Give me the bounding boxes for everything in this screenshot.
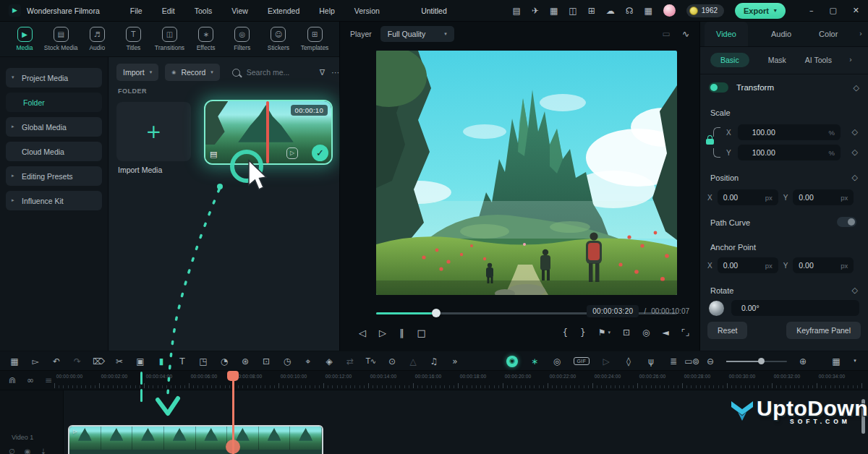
playhead-grip[interactable] bbox=[226, 440, 240, 454]
quality-dropdown[interactable]: Full Quality▾ bbox=[380, 26, 454, 42]
import-dropdown[interactable]: Import▾ bbox=[116, 64, 158, 81]
position-keyframe-icon[interactable]: ◇ bbox=[852, 174, 858, 181]
cut-icon[interactable]: ✂ bbox=[114, 357, 125, 366]
transform-toggle[interactable] bbox=[709, 82, 728, 93]
speech-to-text-icon[interactable]: ⊙ bbox=[386, 357, 398, 366]
ai-copilot-icon[interactable]: ◉ bbox=[506, 356, 518, 367]
edit-properties-icon[interactable]: ⊡ bbox=[260, 357, 272, 366]
position-y-input[interactable]: 0.00px bbox=[793, 189, 854, 205]
sidebar-item-global-media[interactable]: ▸ Global Media bbox=[6, 117, 102, 137]
delete-icon[interactable]: ⌦ bbox=[93, 357, 104, 366]
tab-filters[interactable]: ◎ Filters bbox=[225, 27, 260, 51]
tab-stickers[interactable]: ☺ Stickers bbox=[261, 27, 296, 51]
menu-help[interactable]: Help bbox=[319, 7, 335, 15]
play-button[interactable]: ▷ bbox=[379, 328, 386, 338]
scale-x-input[interactable]: 100.00% bbox=[738, 124, 841, 140]
close-button[interactable]: ✕ bbox=[853, 7, 859, 14]
pip-icon[interactable]: ◳ bbox=[197, 357, 209, 366]
anchor-y-input[interactable]: 0.00px bbox=[793, 257, 854, 273]
aspect-ratio-icon[interactable]: ▭ bbox=[663, 30, 671, 38]
scale-y-keyframe-icon[interactable]: ◇ bbox=[852, 148, 858, 156]
split-icon[interactable]: ▮ bbox=[156, 357, 167, 366]
sidebar-item-project-media[interactable]: ▾ Project Media bbox=[6, 68, 102, 87]
fullscreen-button[interactable]: ⌜⌟ bbox=[681, 328, 689, 337]
timeline-ruler[interactable]: ⋒ ∞ ≡ 00:00:00:0000:00:02:0000:00:04:000… bbox=[0, 371, 868, 390]
timeline-marker[interactable] bbox=[140, 372, 142, 385]
text-tool-icon[interactable]: T bbox=[176, 357, 188, 366]
path-curve-toggle[interactable] bbox=[837, 217, 856, 227]
playback-handle[interactable] bbox=[432, 309, 441, 317]
tab-transitions[interactable]: ◫ Transitions bbox=[153, 27, 187, 51]
zoom-slider-handle[interactable] bbox=[758, 358, 765, 364]
ai-camera-icon[interactable]: ◎ bbox=[551, 357, 563, 366]
lock-icon[interactable] bbox=[706, 139, 714, 145]
audio-detach-icon[interactable]: ♫ bbox=[428, 357, 440, 366]
motion-track-icon[interactable]: ⌖ bbox=[302, 357, 314, 366]
media-clip-thumbnail[interactable]: 00:00:10 ▤ ▷ ✓ bbox=[204, 100, 333, 165]
planner-icon[interactable]: ▦ bbox=[550, 7, 558, 15]
record-dropdown[interactable]: ◉Record▾ bbox=[165, 64, 219, 81]
track-visibility-icon[interactable]: ◉ bbox=[25, 448, 31, 454]
script-icon[interactable]: ≣ bbox=[668, 357, 679, 366]
mark-in-button[interactable]: { bbox=[562, 328, 568, 337]
search-input[interactable] bbox=[245, 67, 313, 77]
tab-titles[interactable]: T Titles bbox=[116, 27, 150, 51]
menu-tools[interactable]: Tools bbox=[195, 7, 213, 15]
crop-icon[interactable]: ▣ bbox=[135, 357, 146, 366]
subtabs-overflow-icon[interactable]: › bbox=[849, 56, 852, 64]
filter-icon[interactable]: ∇ bbox=[320, 69, 325, 77]
redo-icon[interactable]: ↷ bbox=[72, 357, 83, 366]
copyright-shield-icon[interactable]: ◊ bbox=[623, 357, 634, 366]
stop-button[interactable]: □ bbox=[417, 328, 426, 338]
menu-extended[interactable]: Extended bbox=[268, 7, 299, 15]
avatar[interactable] bbox=[663, 4, 676, 17]
chroma-key-icon[interactable]: ⊛ bbox=[239, 357, 251, 366]
text-to-speech-icon[interactable]: T∿ bbox=[365, 358, 377, 365]
keyframe-tool-icon[interactable]: ◈ bbox=[323, 357, 335, 366]
more-options-icon[interactable]: ⋯ bbox=[331, 69, 339, 77]
plugin-effects-icon[interactable]: ∗ bbox=[529, 357, 540, 366]
tab-effects[interactable]: ∗ Effects bbox=[189, 27, 224, 51]
scopes-icon[interactable]: ∿ bbox=[682, 30, 689, 38]
tab-audio[interactable]: ♬ Audio bbox=[80, 27, 114, 51]
subtab-mask[interactable]: Mask bbox=[768, 56, 786, 64]
sidebar-item-cloud-media[interactable]: Cloud Media bbox=[6, 142, 102, 161]
previous-frame-button[interactable]: ◁ bbox=[359, 328, 366, 338]
maximize-button[interactable]: ▢ bbox=[829, 7, 836, 14]
playhead-handle[interactable] bbox=[227, 371, 239, 381]
minimize-button[interactable]: – bbox=[809, 7, 814, 14]
mark-out-button[interactable]: } bbox=[580, 328, 586, 337]
caret-down-icon[interactable]: ▾ bbox=[852, 359, 858, 364]
position-x-input[interactable]: 0.00px bbox=[718, 189, 778, 205]
tabs-overflow-icon[interactable]: › bbox=[859, 30, 862, 38]
rotate-keyframe-icon[interactable]: ◇ bbox=[852, 286, 858, 294]
volume-button[interactable]: ◄ bbox=[663, 328, 669, 337]
import-media-tile[interactable]: + bbox=[116, 102, 191, 161]
device-icon[interactable]: ▤ bbox=[513, 7, 521, 15]
track-lock-icon[interactable]: ∅ bbox=[9, 448, 15, 454]
support-icon[interactable]: ☊ bbox=[626, 7, 634, 15]
tab-templates[interactable]: ⊞ Templates bbox=[297, 27, 332, 51]
snapshot-button[interactable]: ◎ bbox=[642, 328, 650, 337]
scene-detect-icon[interactable]: △ bbox=[407, 357, 419, 366]
scale-y-input[interactable]: 100.00% bbox=[738, 145, 841, 160]
voiceover-mic-icon[interactable]: ψ bbox=[645, 357, 657, 366]
tab-audio-props[interactable]: Audio bbox=[768, 30, 794, 38]
layout-icon[interactable]: ◫ bbox=[569, 7, 576, 15]
menu-edit[interactable]: Edit bbox=[162, 7, 175, 15]
tab-stock-media[interactable]: ▤ Stock Media bbox=[43, 27, 78, 51]
coin-balance[interactable]: 1962 bbox=[686, 4, 724, 17]
zoom-in-icon[interactable]: ⊕ bbox=[797, 357, 809, 366]
video-viewport[interactable] bbox=[376, 51, 677, 295]
more-tools-icon[interactable]: » bbox=[449, 357, 461, 366]
zoom-out-icon[interactable]: ⊖ bbox=[705, 357, 716, 366]
sidebar-item-editing-presets[interactable]: ▸ Editing Presets bbox=[6, 166, 102, 186]
subtab-basic[interactable]: Basic bbox=[710, 53, 749, 67]
display-mode-button[interactable]: ⊡ bbox=[623, 328, 630, 337]
keyframe-panel-button[interactable]: Keyframe Panel bbox=[786, 322, 861, 339]
select-tool-icon[interactable]: ▻ bbox=[30, 357, 41, 366]
tab-color[interactable]: Color bbox=[816, 30, 841, 38]
apps-icon[interactable]: ▦ bbox=[644, 7, 652, 15]
tab-video[interactable]: Video bbox=[705, 22, 748, 46]
timeline-clip[interactable]: ▷ bbox=[68, 425, 323, 454]
